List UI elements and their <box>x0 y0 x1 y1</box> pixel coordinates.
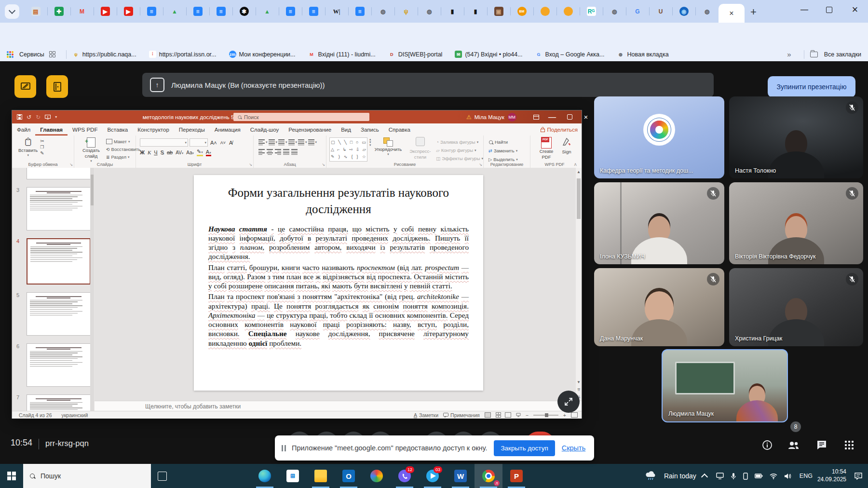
layout-button[interactable]: Макет▾ <box>106 138 140 145</box>
meeting-details-button[interactable] <box>761 439 773 451</box>
expand-presentation-button[interactable] <box>557 391 580 413</box>
language-status[interactable]: украинский <box>62 412 88 418</box>
ribbon-display-options-icon[interactable] <box>529 110 543 123</box>
shape-icon[interactable]: ○ <box>356 140 358 145</box>
align-center-icon[interactable] <box>267 149 273 155</box>
participant-tile[interactable]: Настя Толокно <box>729 96 863 178</box>
shapes-scroll[interactable]: ▲▼▼ <box>368 136 372 149</box>
new-tab-button[interactable]: + <box>750 6 757 18</box>
ppt-account[interactable]: ⚠ Міла Мацук ММ <box>466 113 516 122</box>
participants-button[interactable] <box>787 439 800 451</box>
shape-icon[interactable]: { <box>351 154 353 159</box>
slide-thumbnail-5[interactable]: 5 <box>27 292 91 336</box>
shape-icon[interactable]: ▱ <box>363 147 366 152</box>
reset-button[interactable]: ⟲Восстановить <box>106 146 140 153</box>
taskbar-clock[interactable]: 10:5424.09.2025 <box>817 468 846 483</box>
format-painter-button[interactable]: ✎ <box>40 150 44 156</box>
slide-thumbnail-4[interactable]: 4 <box>27 238 91 285</box>
participant-tile[interactable]: Христина Грицак <box>729 268 863 346</box>
wifi-tray-icon[interactable] <box>770 473 777 479</box>
slide[interactable]: Форми узагальнення результатів наукового… <box>194 175 483 391</box>
task-view-button[interactable] <box>151 464 173 488</box>
pinned-tab[interactable]: ✱ <box>232 0 256 23</box>
panel-scrollbar[interactable] <box>90 168 94 411</box>
ribbon-tab-Слайд-шоу[interactable]: Слайд-шоу <box>245 123 284 136</box>
shape-icon[interactable]: △ <box>331 147 334 152</box>
start-button[interactable] <box>0 464 23 488</box>
services-label[interactable]: Сервисы <box>19 51 44 58</box>
copy-button[interactable]: ❐ <box>40 145 44 149</box>
keyboard-language[interactable]: ENG <box>800 473 813 479</box>
reading-view-button[interactable] <box>505 412 511 418</box>
participant-tile[interactable]: Дана Марунчак <box>594 268 724 346</box>
shape-fill-button[interactable]: ◔Заливка фигуры▾ <box>436 138 483 146</box>
pinned-tab[interactable]: ▮ <box>441 0 464 23</box>
paste-button[interactable]: 📋︎ Вставить▾ <box>16 136 40 158</box>
ribbon-tab-Вставка[interactable]: Вставка <box>102 123 133 136</box>
taskbar-app-store[interactable]: ⊞ <box>279 464 307 488</box>
pinned-tab[interactable]: ▲ <box>163 0 186 23</box>
ppt-minimize-button[interactable]: — <box>545 110 559 123</box>
pinned-tab[interactable]: ≡ <box>279 0 302 23</box>
columns-icon[interactable] <box>291 149 298 155</box>
italic-button[interactable]: К <box>148 149 151 155</box>
share-button[interactable]: Поделиться <box>541 123 578 136</box>
sign-button[interactable]: Sign <box>559 136 574 155</box>
ribbon-tab-Главная[interactable]: Главная <box>35 123 68 136</box>
pinned-tab[interactable]: ▣ <box>487 0 510 23</box>
ppt-close-button[interactable]: × <box>579 110 593 123</box>
bookmark-item[interactable]: ψhttps://public.naqa... <box>72 51 136 58</box>
window-minimize-button[interactable]: — <box>793 0 815 19</box>
bullets-icon[interactable] <box>258 139 265 145</box>
shadow-button[interactable]: S <box>161 149 164 155</box>
shape-icon[interactable]: } <box>357 154 358 159</box>
shape-icon[interactable]: ▢ <box>331 140 335 145</box>
pinned-tab[interactable]: ψ <box>394 0 418 23</box>
comments-toggle[interactable]: Примечания <box>443 412 480 418</box>
weather-icon[interactable] <box>645 471 657 481</box>
shape-effects-button[interactable]: ◫Эффекты фигуры▾ <box>436 155 483 162</box>
shape-icon[interactable]: ⇩ <box>356 147 360 152</box>
active-tab[interactable]: × <box>719 4 745 23</box>
bookmark-item[interactable]: ✉(547) Вхідні • plo44... <box>455 51 522 58</box>
clipboard-dialog-launcher[interactable]: ↘ <box>69 163 73 167</box>
chat-button[interactable] <box>815 439 828 451</box>
tray-expand-icon[interactable] <box>701 473 708 480</box>
taskbar-app-explorer[interactable] <box>307 464 335 488</box>
pinned-tab[interactable]: ▶ <box>117 0 140 23</box>
whiteboard-shortcut-icon[interactable] <box>14 75 36 98</box>
pinned-tab[interactable]: ✚ <box>47 0 70 23</box>
shrink-font-button[interactable]: A˅ <box>219 140 227 145</box>
shape-icon[interactable]: ⌐ <box>337 147 339 152</box>
pinned-tab[interactable]: ◍ <box>371 0 394 23</box>
action-center-icon[interactable] <box>854 473 862 480</box>
notes-toggle[interactable]: AЗаметки <box>414 412 438 418</box>
participant-tile[interactable]: Ілона КУЗЬМИЧ <box>594 182 724 264</box>
ribbon-tab-WPS PDF[interactable]: WPS PDF <box>68 123 102 136</box>
slide-thumbnail-7[interactable]: 7 <box>27 394 91 411</box>
spacing-button[interactable]: AV▾ <box>176 150 183 155</box>
close-access-button[interactable]: Закрыть доступ <box>494 440 555 456</box>
shape-icon[interactable]: ╲ <box>344 140 347 145</box>
taskbar-app-ppt[interactable]: P <box>502 464 530 488</box>
weather-label[interactable]: Rain today <box>664 472 696 480</box>
vertical-scrollbar[interactable]: ▲ ▼ ⇈ ⇊ <box>576 168 582 401</box>
taskbar-app-outlook[interactable]: O <box>335 464 363 488</box>
battery-tray-icon[interactable] <box>755 474 763 478</box>
display-tray-icon[interactable] <box>716 473 724 479</box>
paragraph-dialog-launcher[interactable]: ↘ <box>322 163 325 167</box>
ribbon-tab-Переходы[interactable]: Переходы <box>174 123 210 136</box>
notes-pane[interactable]: Щелкните, чтобы добавить заметки <box>95 401 582 411</box>
pinned-tab[interactable]: W| <box>325 0 348 23</box>
create-pdf-button[interactable]: PDF Create PDF <box>533 136 559 160</box>
zoom-out-button[interactable]: − <box>526 412 529 418</box>
taskbar-app-word[interactable]: W <box>447 464 475 488</box>
zoom-in-button[interactable]: + <box>563 412 566 418</box>
pinned-tab[interactable]: Rᴳ <box>580 0 603 23</box>
quick-access-toolbar[interactable]: ↺↻ ▾ <box>17 114 57 121</box>
shape-icon[interactable]: ✎ <box>331 154 335 159</box>
indent-decrease-icon[interactable] <box>278 139 285 145</box>
shape-outline-button[interactable]: ▱Контур фигуры▾ <box>436 147 483 154</box>
phone-tray-icon[interactable] <box>743 473 748 480</box>
pinned-tab[interactable]: ≡ <box>209 0 232 23</box>
